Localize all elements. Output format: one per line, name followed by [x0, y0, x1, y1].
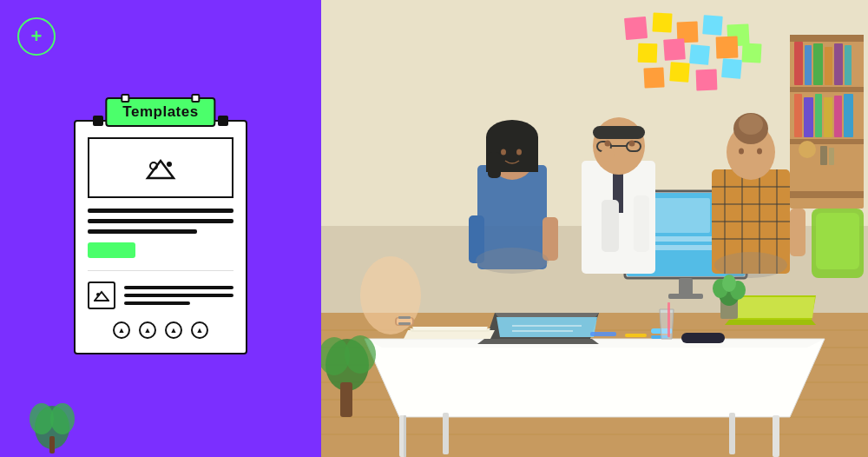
svg-rect-141 — [816, 213, 859, 269]
svg-point-3 — [167, 162, 172, 167]
banner-pin-right — [192, 94, 201, 103]
decorative-plant — [26, 384, 78, 457]
card-divider — [88, 270, 233, 272]
bottom-icon-4: ▲ — [191, 321, 208, 339]
left-panel: + Templates — [0, 0, 321, 457]
svg-point-7 — [30, 403, 54, 434]
svg-point-138 — [476, 248, 549, 274]
mini-line-3 — [124, 301, 190, 305]
svg-point-139 — [714, 252, 787, 278]
office-scene-svg — [321, 0, 868, 457]
plus-circle-icon[interactable]: + — [17, 17, 56, 56]
mini-line-1 — [124, 286, 233, 289]
mini-text-lines — [124, 286, 233, 305]
bottom-icon-2: ▲ — [139, 321, 156, 339]
svg-marker-4 — [95, 292, 108, 301]
bottom-icon-1: ▲ — [113, 321, 130, 339]
green-button[interactable] — [88, 242, 135, 258]
bottom-icon-3: ▲ — [165, 321, 182, 339]
right-photo-panel — [321, 0, 868, 457]
mini-line-2 — [124, 294, 233, 297]
bottom-icons-row: ▲ ▲ ▲ ▲ — [88, 321, 233, 339]
template-document-card: Templates — [74, 120, 247, 355]
banner-pin-left — [121, 94, 129, 103]
card-pin-right — [218, 116, 228, 126]
image-placeholder — [88, 137, 233, 198]
svg-point-5 — [96, 293, 100, 296]
text-line-2 — [88, 219, 233, 223]
svg-point-8 — [50, 403, 75, 434]
mini-image — [88, 281, 115, 309]
mini-card-row — [88, 281, 233, 309]
text-line-1 — [88, 209, 233, 213]
text-line-3 — [88, 229, 197, 234]
svg-rect-137 — [321, 0, 868, 457]
card-pin-left — [93, 116, 103, 126]
svg-rect-9 — [49, 436, 55, 454]
mini-mountain-icon — [94, 289, 109, 301]
template-banner: Templates — [105, 97, 215, 127]
mountain-image-icon — [143, 154, 178, 182]
